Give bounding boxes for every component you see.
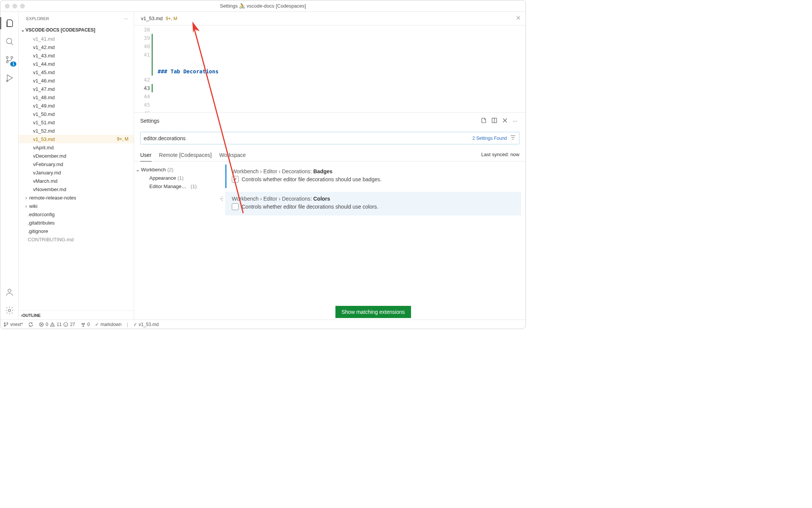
setting-checkbox[interactable] — [232, 203, 239, 210]
close-editor-button[interactable] — [514, 14, 522, 23]
file-item[interactable]: .editorconfig — [19, 210, 134, 218]
window-title: Settings 🚴 vscode-docs [Codespaces] — [0, 3, 526, 9]
accounts-activity[interactable] — [0, 283, 19, 301]
minimize-window-button[interactable] — [13, 4, 17, 8]
explorer-activity[interactable] — [0, 14, 19, 32]
svg-point-9 — [4, 322, 5, 323]
chevron-down-icon: ⌄ — [136, 167, 141, 172]
file-item[interactable]: v1_47.md — [19, 85, 134, 93]
editor-tabs-row: v1_53.md 9+, M — [134, 12, 526, 25]
filter-icon — [510, 135, 516, 141]
file-tree[interactable]: v1_41.md v1_42.md v1_43.md v1_44.md v1_4… — [19, 35, 134, 310]
setting-checkbox[interactable] — [232, 176, 239, 183]
file-item[interactable]: vJanuary.md — [19, 168, 134, 177]
setting-description: Controls whether editor file decorations… — [242, 176, 381, 182]
status-problems[interactable]: 0 11 27 — [39, 322, 75, 327]
search-activity[interactable] — [0, 32, 19, 51]
folder-item[interactable]: ›remote-release-notes — [19, 193, 134, 202]
chevron-down-icon: ⌄ — [21, 27, 25, 33]
file-item[interactable]: vDecember.md — [19, 152, 134, 160]
file-item[interactable]: v1_52.md — [19, 127, 134, 135]
settings-search-box[interactable]: 2 Settings Found — [140, 132, 519, 144]
folder-item[interactable]: ›wiki — [19, 202, 134, 210]
settings-activity[interactable] — [0, 301, 19, 320]
settings-tab-user[interactable]: User — [140, 150, 152, 161]
status-branch[interactable]: vnext* — [3, 322, 23, 327]
files-icon — [5, 19, 14, 28]
code-content[interactable]: ### Tab Decorations Two new settings all… — [153, 25, 526, 112]
scm-badge: 1 — [10, 62, 16, 66]
status-separator: | — [127, 322, 128, 327]
svg-point-5 — [8, 289, 11, 292]
file-item[interactable]: vNovember.md — [19, 185, 134, 193]
chevron-right-icon: › — [23, 203, 29, 209]
file-item[interactable]: v1_49.md — [19, 101, 134, 110]
close-settings-button[interactable] — [500, 116, 510, 126]
setting-gear-button[interactable] — [221, 196, 223, 203]
code-editor[interactable]: 38 39 40 41 42 43 44 45 46 47 ### Tab De… — [134, 25, 526, 113]
gear-icon — [221, 196, 223, 202]
settings-tab-workspace[interactable]: Workspace — [219, 150, 246, 161]
more-actions-button[interactable]: ··· — [510, 116, 519, 125]
settings-toc[interactable]: ⌄ Workbench(2) Appearance(1) Editor Mana… — [134, 161, 221, 320]
workspace-folder-label: VSCODE-DOCS [CODESPACES] — [25, 27, 95, 33]
filter-settings-button[interactable] — [510, 135, 516, 142]
svg-point-10 — [4, 325, 5, 326]
file-item[interactable]: v1_48.md — [19, 93, 134, 101]
toc-item-workbench[interactable]: ⌄ Workbench(2) — [137, 165, 218, 174]
file-item-active[interactable]: v1_53.md 9+, M — [19, 135, 134, 143]
settings-found-label: 2 Settings Found — [472, 136, 507, 141]
sync-status-label: Last synced: now — [481, 152, 519, 160]
setting-item-badges[interactable]: Workbench › Editor › Decorations: Badges… — [225, 165, 521, 188]
status-ports[interactable]: 0 — [81, 322, 90, 327]
debug-icon — [5, 73, 14, 82]
file-item[interactable]: v1_42.md — [19, 43, 134, 51]
file-item[interactable]: CONTRIBUTING.md — [19, 235, 134, 244]
status-sync[interactable] — [28, 322, 33, 327]
explorer-sidebar: EXPLORER ··· ⌄ VSCODE-DOCS [CODESPACES] … — [19, 12, 134, 320]
open-settings-json-button[interactable] — [478, 116, 489, 126]
sidebar-more-icon[interactable]: ··· — [124, 16, 128, 21]
source-control-activity[interactable]: 1 — [0, 51, 19, 69]
editor-tab-status: 9+, M — [166, 16, 177, 21]
status-breadcrumb[interactable]: ✓ v1_53.md — [133, 322, 159, 327]
file-item[interactable]: vFebruary.md — [19, 160, 134, 168]
split-editor-button[interactable] — [489, 116, 500, 126]
file-item[interactable]: vApril.md — [19, 143, 134, 152]
svg-point-1 — [6, 57, 8, 59]
editor-tab-filename: v1_53.md — [141, 16, 163, 21]
file-item[interactable]: vMarch.md — [19, 177, 134, 185]
close-icon — [516, 15, 521, 21]
traffic-lights — [0, 4, 25, 8]
file-item[interactable]: v1_41.md — [19, 35, 134, 43]
file-item[interactable]: v1_43.md — [19, 51, 134, 60]
settings-search-input[interactable] — [144, 135, 469, 141]
settings-items-list[interactable]: Workbench › Editor › Decorations: Badges… — [221, 161, 526, 320]
show-matching-extensions-button[interactable]: Show matching extensions — [336, 306, 411, 318]
file-item[interactable]: .gitattributes — [19, 218, 134, 227]
workspace-folder-header[interactable]: ⌄ VSCODE-DOCS [CODESPACES] — [19, 25, 134, 35]
close-window-button[interactable] — [5, 4, 9, 8]
maximize-window-button[interactable] — [20, 4, 25, 8]
settings-tab-remote[interactable]: Remote [Codespaces] — [159, 150, 212, 161]
search-icon — [5, 37, 14, 46]
file-item[interactable]: v1_46.md — [19, 76, 134, 85]
status-language[interactable]: ✓ markdown — [95, 322, 121, 327]
account-icon — [5, 288, 14, 297]
setting-description: Controls whether editor file decorations… — [242, 204, 378, 210]
file-item[interactable]: v1_51.md — [19, 118, 134, 127]
file-item[interactable]: v1_50.md — [19, 110, 134, 118]
chevron-right-icon: › — [23, 195, 29, 201]
close-icon — [502, 117, 508, 123]
open-file-icon — [481, 117, 487, 123]
file-item[interactable]: v1_44.md — [19, 60, 134, 68]
editor-tab[interactable]: v1_53.md 9+, M — [137, 12, 181, 25]
toc-item-editor-management[interactable]: Editor Manage… (1) — [137, 182, 218, 190]
run-debug-activity[interactable] — [0, 69, 19, 87]
setting-item-colors[interactable]: Workbench › Editor › Decorations: Colors… — [225, 192, 521, 215]
file-item[interactable]: v1_45.md — [19, 68, 134, 76]
file-item[interactable]: .gitignore — [19, 227, 134, 235]
git-diff-indicator — [152, 84, 153, 92]
outline-section-header[interactable]: › OUTLINE — [19, 310, 134, 320]
toc-item-appearance[interactable]: Appearance(1) — [137, 174, 218, 182]
